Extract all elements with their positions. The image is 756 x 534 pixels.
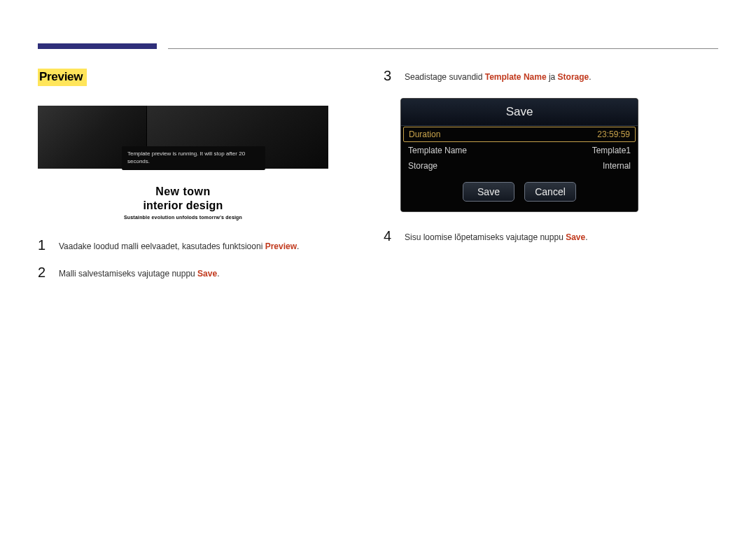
step-1-text: Vaadake loodud malli eelvaadet, kasutade…: [59, 238, 299, 253]
save-dialog-title: Save: [401, 99, 638, 126]
storage-label: Storage: [408, 161, 438, 171]
step-3: 3 Seadistage suvandid Template Name ja S…: [384, 69, 718, 84]
caption-line3: Sustainble evolution unfolods tomorrw's …: [38, 215, 328, 220]
save-dialog: Save Duration 23:59:59 Template Name Tem…: [400, 98, 638, 212]
step-3-hl2: Storage: [558, 72, 589, 82]
step-2-prefix: Malli salvestamiseks vajutage nuppu: [59, 269, 197, 279]
template-name-value: Template1: [592, 146, 631, 155]
header-accent-bar: [38, 43, 157, 49]
step-2-number: 2: [38, 265, 49, 281]
step-3-text: Seadistage suvandid Template Name ja Sto…: [405, 69, 592, 84]
step-3-hl1: Template Name: [485, 72, 547, 82]
dialog-row-template-name[interactable]: Template Name Template1: [401, 143, 638, 158]
dialog-row-duration: Duration 23:59:59: [404, 127, 635, 141]
step-1: 1 Vaadake loodud malli eelvaadet, kasuta…: [38, 238, 356, 253]
step-2-highlight: Save: [197, 269, 217, 279]
step-1-suffix: .: [297, 241, 299, 251]
preview-caption: New town interior design Sustainble evol…: [38, 185, 328, 220]
step-4-text: Sisu loomise lõpetamiseks vajutage nuppu…: [405, 229, 588, 244]
step-4-suffix: .: [585, 232, 587, 242]
step-4-number: 4: [384, 229, 395, 244]
save-dialog-body: Duration 23:59:59 Template Name Template…: [401, 127, 638, 211]
dialog-row-duration-wrap[interactable]: Duration 23:59:59: [403, 127, 636, 142]
caption-line2: interior design: [38, 199, 328, 212]
step-1-highlight: Preview: [265, 241, 297, 251]
step-3-suffix: .: [589, 72, 591, 82]
caption-line1: New town: [38, 185, 328, 198]
step-1-number: 1: [38, 238, 49, 253]
storage-value: Internal: [603, 161, 631, 171]
template-preview-thumbnail: Template preview is running. It will sto…: [38, 106, 328, 220]
step-2-text: Malli salvestamiseks vajutage nuppu Save…: [59, 265, 219, 281]
preview-running-toast: Template preview is running. It will sto…: [122, 146, 265, 170]
duration-value: 23:59:59: [597, 129, 630, 139]
step-3-prefix: Seadistage suvandid: [405, 72, 485, 82]
dialog-save-button[interactable]: Save: [463, 182, 514, 202]
step-1-prefix: Vaadake loodud malli eelvaadet, kasutade…: [59, 241, 265, 251]
left-column: Preview Template preview is running. It …: [38, 69, 356, 293]
template-name-label: Template Name: [408, 146, 467, 155]
step-4-highlight: Save: [566, 232, 585, 242]
step-4: 4 Sisu loomise lõpetamiseks vajutage nup…: [384, 229, 718, 244]
header-divider: [168, 48, 718, 49]
dialog-row-storage[interactable]: Storage Internal: [401, 158, 638, 174]
right-column: 3 Seadistage suvandid Template Name ja S…: [384, 69, 718, 256]
section-title: Preview: [38, 69, 87, 86]
dialog-cancel-button[interactable]: Cancel: [524, 182, 576, 202]
step-3-number: 3: [384, 69, 395, 84]
step-4-prefix: Sisu loomise lõpetamiseks vajutage nuppu: [405, 232, 566, 242]
step-2-suffix: .: [217, 269, 219, 279]
dialog-button-row: Save Cancel: [401, 174, 638, 211]
duration-label: Duration: [409, 129, 440, 139]
step-2: 2 Malli salvestamiseks vajutage nuppu Sa…: [38, 265, 356, 281]
step-3-mid: ja: [547, 72, 558, 82]
